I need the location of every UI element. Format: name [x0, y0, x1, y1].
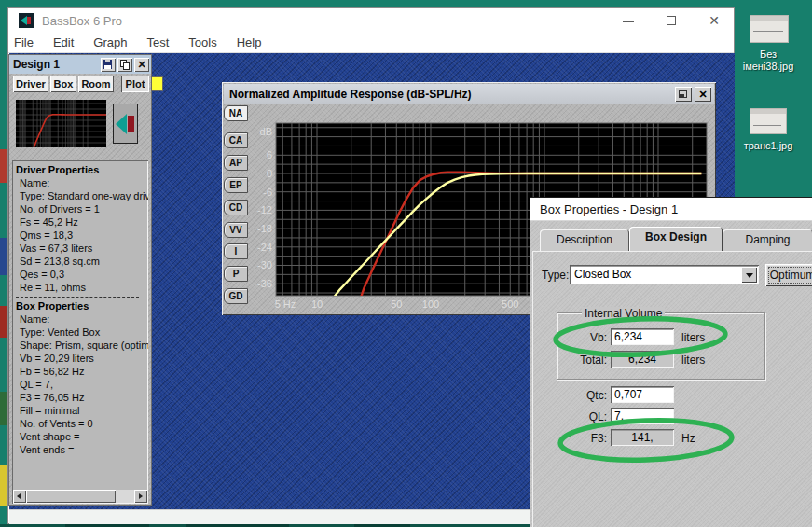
- box-property-line: Shape: Prism, square (optimu: [16, 339, 146, 352]
- tab-plot[interactable]: Plot: [121, 76, 149, 92]
- menu-item[interactable]: Test: [145, 34, 172, 51]
- menu-item[interactable]: Tools: [186, 34, 218, 51]
- optimum-button[interactable]: Optimum: [765, 264, 812, 286]
- svg-text:-12: -12: [257, 204, 272, 215]
- dialog-titlebar[interactable]: Box Properties - Design 1: [530, 198, 812, 221]
- box-property-line: No. of Vents = 0: [16, 417, 146, 430]
- menu-item[interactable]: File: [12, 34, 35, 51]
- tab-room[interactable]: Room: [78, 76, 114, 92]
- scroll-right-button[interactable]: [134, 490, 147, 503]
- box-property-line: Vent ends =: [16, 443, 146, 456]
- f3-field: [611, 429, 674, 446]
- svg-text:dB: dB: [260, 126, 272, 137]
- tab-box-design[interactable]: Box Design: [629, 227, 723, 251]
- box-properties-list: Name:Type: Vented BoxShape: Prism, squar…: [16, 312, 146, 456]
- response-preview-chart[interactable]: [16, 100, 106, 147]
- driver-properties-heading: Driver Properties: [16, 163, 146, 176]
- chevron-down-icon: [746, 273, 753, 278]
- menu-item[interactable]: Edit: [51, 34, 76, 51]
- f3-label: F3:: [557, 432, 607, 445]
- box-property-line: F3 = 76,05 Hz: [16, 391, 146, 404]
- box-property-line: Fb = 56,82 Hz: [16, 365, 146, 378]
- graph-mode-button-vv[interactable]: VV: [224, 222, 248, 238]
- graph-mode-button-gd[interactable]: GD: [224, 288, 248, 304]
- driver-property-line: Name:: [16, 176, 146, 189]
- box-property-line: QL = 7,: [16, 378, 146, 391]
- speaker-button[interactable]: [113, 104, 138, 144]
- graph-mode-button-cd[interactable]: CD: [224, 200, 248, 215]
- horizontal-scrollbar[interactable]: [13, 490, 147, 503]
- properties-summary-box: Driver Properties Name:Type: Standard on…: [12, 160, 148, 504]
- driver-property-line: Fs = 45,2 Hz: [16, 215, 146, 229]
- box-property-line: Name:: [16, 312, 146, 326]
- desktop-icon-image2[interactable]: транс1.jpg: [731, 104, 812, 162]
- graph-mode-button-p[interactable]: P: [224, 266, 248, 282]
- internal-volume-group: [557, 312, 765, 380]
- vb-input[interactable]: [611, 328, 674, 345]
- maximize-button[interactable]: [655, 12, 687, 30]
- desktop-icon-label: Без імені38.jpg: [723, 49, 812, 73]
- ql-label: QL:: [557, 410, 607, 423]
- tab-driver[interactable]: Driver: [13, 76, 48, 92]
- design-panel-title: Design 1: [9, 58, 101, 71]
- driver-property-line: Qms = 18,3: [16, 229, 146, 242]
- tab-damping[interactable]: Damping: [723, 229, 812, 251]
- desktop-icon-fragment: [0, 238, 7, 275]
- thumbnail-detail: [750, 109, 786, 114]
- box-type-value: Closed Box: [574, 268, 631, 281]
- app-icon: [19, 13, 34, 28]
- dialog-title: Box Properties - Design 1: [540, 202, 678, 216]
- vb-unit: liters: [681, 331, 705, 344]
- ql-input[interactable]: [611, 408, 674, 424]
- box-property-line: Type: Vented Box: [16, 326, 146, 339]
- total-unit: liters: [681, 354, 705, 367]
- svg-text:-36: -36: [257, 278, 272, 289]
- tab-description[interactable]: Description: [540, 229, 629, 251]
- panel-close-button[interactable]: ✕: [134, 58, 149, 72]
- svg-text:10: 10: [311, 298, 323, 310]
- graph-mode-button-ap[interactable]: AP: [224, 155, 248, 171]
- close-icon: ✕: [137, 59, 145, 70]
- design-panel-titlebar[interactable]: Design 1 ✕: [9, 55, 151, 74]
- combo-dropdown-button[interactable]: [741, 267, 757, 283]
- qtc-label: Qtc:: [557, 389, 607, 402]
- screen: Без імені38.jpg транс1.jpg BassBox 6 Pro…: [0, 0, 812, 527]
- graph-mode-button-ep[interactable]: EP: [224, 177, 248, 193]
- minimize-icon: [623, 21, 634, 22]
- graph-mode-button-i[interactable]: I: [224, 243, 248, 259]
- plot-color-swatch[interactable]: [151, 76, 163, 91]
- close-button[interactable]: ✕: [698, 12, 730, 30]
- minimize-button[interactable]: [612, 12, 644, 30]
- box-properties-dialog: Box Properties - Design 1 Description Bo…: [530, 197, 812, 527]
- save-button[interactable]: [101, 58, 116, 72]
- tab-box[interactable]: Box: [50, 76, 76, 92]
- svg-text:0: 0: [267, 168, 272, 179]
- desktop-icon-fragment: [0, 465, 7, 506]
- scroll-left-button[interactable]: [13, 490, 26, 503]
- menu-item[interactable]: Help: [235, 34, 264, 51]
- speaker-icon-magnet: [128, 116, 134, 132]
- desktop-icon-fragment: [0, 149, 7, 183]
- box-properties-heading: Box Properties: [16, 299, 146, 312]
- box-property-line: Vb = 20,29 liters: [16, 352, 146, 365]
- desktop-icon-image1[interactable]: Без імені38.jpg: [731, 11, 812, 78]
- driver-property-line: Re = 11, ohms: [16, 281, 146, 294]
- desktop-icon-fragment: [0, 306, 7, 338]
- duplicate-button[interactable]: [117, 58, 132, 72]
- menu-item[interactable]: Graph: [91, 34, 129, 51]
- title-bar[interactable]: BassBox 6 Pro ✕: [8, 8, 734, 33]
- image-thumbnail: [750, 108, 787, 134]
- svg-text:-30: -30: [257, 259, 272, 270]
- scrollbar-thumb[interactable]: [26, 490, 116, 503]
- driver-property-line: Qes = 0,3: [16, 268, 146, 281]
- svg-text:100: 100: [422, 298, 439, 310]
- box-property-line: Vent shape =: [16, 430, 146, 443]
- graph-mode-button-ca[interactable]: CA: [224, 132, 248, 148]
- desktop-icon-label: транс1.jpg: [723, 140, 812, 152]
- f3-unit: Hz: [681, 432, 695, 445]
- box-type-select[interactable]: Closed Box: [570, 265, 759, 284]
- internal-volume-group-title: Internal Volume: [582, 307, 665, 320]
- right-arrow-icon: [139, 493, 143, 499]
- graph-mode-button-na[interactable]: NA: [224, 105, 248, 121]
- qtc-input[interactable]: [611, 386, 674, 403]
